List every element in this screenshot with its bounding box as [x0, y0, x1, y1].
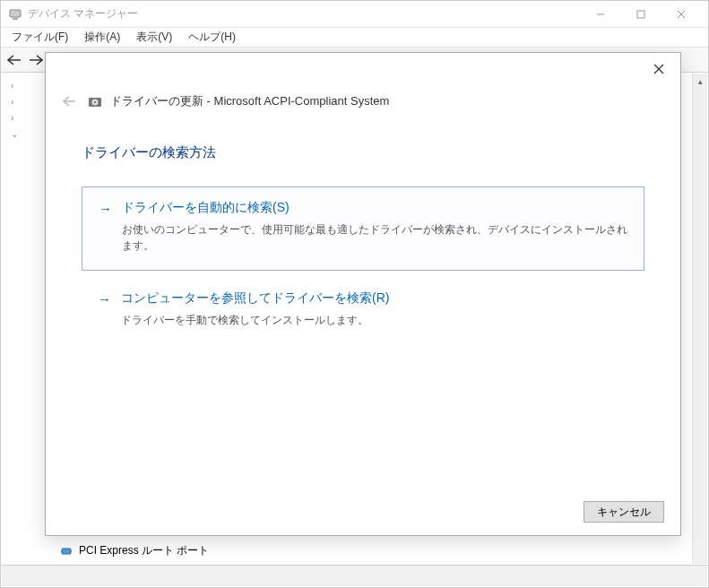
- option-title-row: → コンピューターを参照してドライバーを検索(R): [98, 290, 628, 307]
- option-auto-title: ドライバーを自動的に検索(S): [122, 200, 290, 216]
- driver-disc-icon: [87, 93, 103, 109]
- option-auto-search[interactable]: → ドライバーを自動的に検索(S) お使いのコンピューターで、使用可能な最も適し…: [82, 186, 644, 271]
- nav-forward-button[interactable]: [26, 50, 46, 70]
- option-browse-computer[interactable]: → コンピューターを参照してドライバーを検索(R) ドライバーを手動で検索してイ…: [82, 278, 644, 344]
- dialog-back-button[interactable]: [58, 91, 80, 112]
- svg-rect-1: [13, 18, 18, 20]
- menu-help[interactable]: ヘルプ(H): [181, 28, 243, 47]
- svg-rect-0: [10, 10, 21, 17]
- svg-point-13: [94, 101, 96, 103]
- menu-view[interactable]: 表示(V): [129, 28, 179, 47]
- dialog-header: ドライバーの更新 - Microsoft ACPI-Compliant Syst…: [58, 91, 662, 112]
- arrow-right-icon: →: [98, 291, 112, 307]
- dialog-footer: キャンセル: [584, 501, 664, 523]
- tree-item-label: PCI Express ルート ポート: [79, 543, 209, 558]
- expand-icon[interactable]: ›: [11, 113, 22, 123]
- dialog-close-button[interactable]: [641, 56, 677, 82]
- collapse-icon[interactable]: ⌄: [11, 129, 22, 139]
- option-browse-title: コンピューターを参照してドライバーを検索(R): [121, 290, 389, 307]
- expand-icon[interactable]: ›: [11, 81, 22, 91]
- tree-item-pci-express[interactable]: PCI Express ルート ポート: [2, 543, 209, 558]
- dialog-content: ドライバーの検索方法 → ドライバーを自動的に検索(S) お使いのコンピューター…: [82, 139, 644, 481]
- device-icon: [59, 544, 73, 558]
- svg-rect-7: [61, 550, 62, 552]
- device-manager-icon: [8, 7, 22, 22]
- vertical-scrollbar[interactable]: ▴: [692, 74, 707, 564]
- maximize-button[interactable]: [620, 2, 661, 27]
- scroll-up-icon[interactable]: ▴: [693, 74, 707, 89]
- cancel-button[interactable]: キャンセル: [584, 501, 664, 523]
- dm-menubar: ファイル(F) 操作(A) 表示(V) ヘルプ(H): [1, 28, 708, 48]
- minimize-button[interactable]: [580, 2, 620, 27]
- svg-rect-8: [71, 550, 72, 552]
- option-title-row: → ドライバーを自動的に検索(S): [99, 200, 627, 216]
- arrow-right-icon: →: [99, 201, 113, 216]
- update-driver-dialog: ドライバーの更新 - Microsoft ACPI-Compliant Syst…: [45, 52, 681, 536]
- menu-action[interactable]: 操作(A): [77, 28, 127, 47]
- dm-window-controls: [580, 2, 701, 27]
- option-auto-description: お使いのコンピューターで、使用可能な最も適したドライバーが検索され、デバイスにイ…: [122, 221, 627, 254]
- nav-back-button[interactable]: [4, 50, 24, 70]
- close-button[interactable]: [661, 2, 701, 27]
- dm-statusbar: [2, 565, 707, 586]
- dm-title: デバイス マネージャー: [28, 6, 580, 22]
- dm-titlebar: デバイス マネージャー: [1, 1, 708, 28]
- svg-rect-3: [637, 11, 644, 18]
- dialog-title: ドライバーの更新 - Microsoft ACPI-Compliant Syst…: [110, 93, 389, 109]
- dialog-heading: ドライバーの検索方法: [82, 144, 644, 161]
- menu-file[interactable]: ファイル(F): [4, 28, 75, 47]
- svg-rect-6: [62, 549, 71, 554]
- expand-icon[interactable]: ›: [11, 97, 22, 107]
- option-browse-description: ドライバーを手動で検索してインストールします。: [121, 312, 628, 328]
